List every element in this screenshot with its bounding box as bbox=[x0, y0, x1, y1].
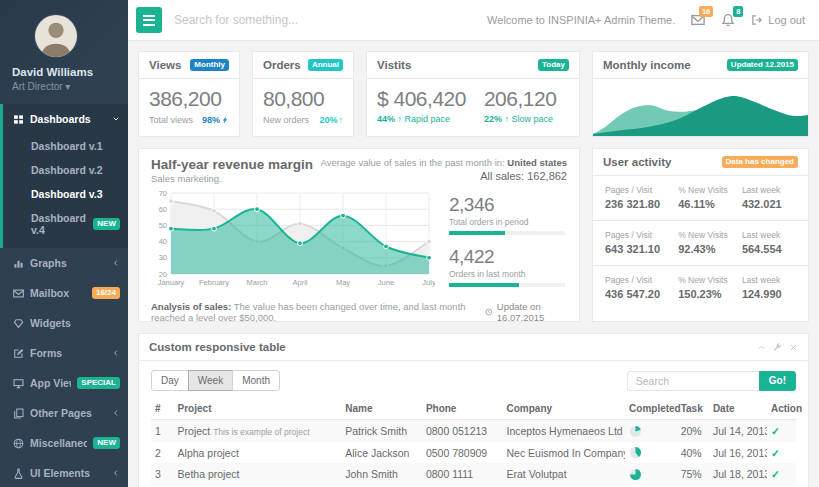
collapse-icon[interactable] bbox=[757, 343, 766, 352]
activity-row: Pages / Visit 436 547.20% New Visits 150… bbox=[593, 266, 808, 310]
user-activity-badge: Data has changed bbox=[722, 156, 798, 168]
income-sparkline-chart bbox=[593, 79, 808, 136]
messages-button[interactable]: 16 bbox=[691, 13, 705, 27]
column-header-date[interactable]: Date bbox=[709, 398, 767, 420]
column-header-company[interactable]: Company bbox=[503, 398, 626, 420]
cell-name: John Smith bbox=[341, 463, 422, 485]
views-value: 386,200 bbox=[149, 87, 229, 111]
sidebar-item-forms[interactable]: Forms bbox=[3, 338, 128, 368]
search-input[interactable] bbox=[174, 13, 394, 27]
revenue-title: Half-year revenue margin bbox=[151, 157, 313, 172]
notifications-button[interactable]: 8 bbox=[721, 13, 735, 27]
column-header-project[interactable]: Project bbox=[174, 398, 342, 420]
revenue-stat-label: Total orders in period bbox=[449, 217, 565, 227]
cell-phone: 0500 780909 bbox=[422, 442, 503, 464]
visits-metrics: $ 406,420 44% ↑ Rapid pace 206,120 22% ↑… bbox=[367, 79, 579, 130]
range-button-day[interactable]: Day bbox=[151, 370, 189, 391]
sidebar-item-label: Miscellaneous bbox=[30, 437, 87, 449]
table-row[interactable]: 1 Project This is example of project Pat… bbox=[151, 420, 796, 442]
sidebar-subitem-dashboard-v-1[interactable]: Dashboard v.1 bbox=[3, 134, 128, 158]
income-title: Monthly income bbox=[603, 59, 691, 71]
sidebar-item-app-views[interactable]: App ViewsSPECIAL bbox=[3, 368, 128, 398]
column-header-action[interactable]: Action bbox=[767, 398, 796, 420]
visits-title: Vistits bbox=[377, 59, 411, 71]
svg-text:June: June bbox=[378, 278, 394, 287]
sidebar: David Williams Art Director ▾ Dashboards… bbox=[0, 0, 128, 487]
sidebar-subitem-dashboard-v-3[interactable]: Dashboard v.3 bbox=[3, 182, 128, 206]
cell-company: Inceptos Hymenaeos Ltd bbox=[503, 420, 626, 442]
cell-task: 20% bbox=[677, 420, 709, 442]
cell-company: Nec Euismod In Company bbox=[503, 442, 626, 464]
flask-icon bbox=[13, 468, 24, 479]
cell-project: Alpha project bbox=[174, 442, 342, 464]
clock-icon bbox=[485, 307, 492, 317]
revenue-panel: Half-year revenue margin Sales marketing… bbox=[138, 148, 580, 322]
revenue-area-chart: 203040506070JanuaryFebruaryMarchAprilMay… bbox=[151, 188, 435, 298]
wrench-icon[interactable] bbox=[773, 343, 782, 352]
search-go-button[interactable]: Go! bbox=[759, 371, 796, 391]
arrow-up-icon: ↑ bbox=[339, 115, 344, 125]
table-search-input[interactable] bbox=[627, 371, 759, 391]
user-name: David Williams bbox=[12, 66, 116, 78]
main-content: Views Monthly 386,200 Total views 98% Or… bbox=[128, 41, 819, 487]
range-button-month[interactable]: Month bbox=[232, 370, 280, 391]
sidebar-item-other-pages[interactable]: Other Pages bbox=[3, 398, 128, 428]
activity-value: 46.11% bbox=[678, 198, 742, 210]
column-header-completed[interactable]: Completed bbox=[625, 398, 677, 420]
menu-toggle-button[interactable] bbox=[136, 7, 162, 33]
sidebar-nav: DashboardsDashboard v.1Dashboard v.2Dash… bbox=[0, 104, 128, 487]
column-header-task[interactable]: Task bbox=[677, 398, 709, 420]
user-activity-title: User activity bbox=[603, 156, 671, 168]
avatar[interactable] bbox=[34, 14, 78, 58]
cell-project: Project This is example of project bbox=[174, 420, 342, 442]
svg-text:April: April bbox=[292, 278, 307, 287]
action-check-icon[interactable]: ✓ bbox=[767, 442, 796, 464]
table-row[interactable]: 2 Alpha project Alice Jackson 0500 78090… bbox=[151, 442, 796, 464]
sidebar-subitem-dashboard-v-4[interactable]: Dashboard v.4NEW bbox=[3, 206, 128, 242]
progress-bar bbox=[449, 283, 565, 287]
revenue-stat: 2,346 Total orders in period bbox=[449, 194, 565, 235]
cell-num: 2 bbox=[151, 442, 174, 464]
svg-text:May: May bbox=[336, 278, 350, 287]
close-icon[interactable] bbox=[789, 343, 798, 352]
activity-col-label: % New Visits bbox=[678, 230, 742, 240]
welcome-text: Welcome to INSPINIA+ Admin Theme. bbox=[487, 14, 675, 26]
visit-trend: 44% ↑ Rapid pace bbox=[377, 114, 466, 124]
visit-value: 206,120 bbox=[484, 87, 556, 111]
chevron-down-icon bbox=[112, 115, 120, 123]
action-check-icon[interactable]: ✓ bbox=[767, 463, 796, 485]
visit-metric: 206,120 22% ↑ Slow pace bbox=[484, 87, 556, 124]
sidebar-item-widgets[interactable]: Widgets bbox=[3, 308, 128, 338]
table-row[interactable]: 3 Betha project John Smith 0800 1111 Era… bbox=[151, 463, 796, 485]
visits-panel: Vistits Today $ 406,420 44% ↑ Rapid pace… bbox=[366, 51, 580, 137]
activity-value: 150.23% bbox=[678, 288, 742, 300]
user-activity-panel: User activity Data has changed Pages / V… bbox=[592, 148, 809, 322]
column-header-num[interactable]: # bbox=[151, 398, 174, 420]
range-button-week[interactable]: Week bbox=[188, 370, 233, 391]
sidebar-item-label: App Views bbox=[30, 377, 71, 389]
cell-task: 75% bbox=[677, 463, 709, 485]
chevron-left-icon bbox=[112, 409, 120, 417]
activity-value: 643 321.10 bbox=[605, 243, 678, 255]
responsive-table-panel: Custom responsive table DayWeekMonth Go!… bbox=[138, 333, 809, 487]
sidebar-item-label: UI Elements bbox=[30, 467, 106, 479]
sidebar-subitem-dashboard-v-2[interactable]: Dashboard v.2 bbox=[3, 158, 128, 182]
column-header-phone[interactable]: Phone bbox=[422, 398, 503, 420]
column-header-name[interactable]: Name bbox=[341, 398, 422, 420]
sidebar-item-mailbox[interactable]: Mailbox16/24 bbox=[3, 278, 128, 308]
user-role-dropdown[interactable]: Art Director ▾ bbox=[12, 81, 116, 92]
orders-value: 80,800 bbox=[263, 87, 343, 111]
sidebar-item-miscellaneous[interactable]: MiscellaneousNEW bbox=[3, 428, 128, 458]
sidebar-item-dashboards[interactable]: Dashboards bbox=[3, 104, 128, 134]
action-check-icon[interactable]: ✓ bbox=[767, 420, 796, 442]
sidebar-item-graphs[interactable]: Graphs bbox=[3, 248, 128, 278]
svg-text:January: January bbox=[158, 278, 185, 287]
sidebar-item-label: Other Pages bbox=[30, 407, 106, 419]
cell-date: Jul 14, 2013 bbox=[709, 420, 767, 442]
messages-badge: 16 bbox=[699, 6, 713, 17]
orders-title: Orders bbox=[263, 59, 301, 71]
sidebar-item-ui-elements[interactable]: UI Elements bbox=[3, 458, 128, 487]
logout-button[interactable]: Log out bbox=[751, 14, 805, 26]
sidebar-badge: SPECIAL bbox=[77, 377, 120, 389]
visits-badge: Today bbox=[538, 59, 569, 71]
